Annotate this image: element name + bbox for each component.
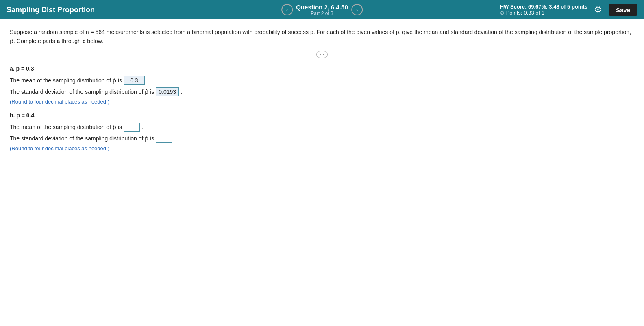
- part-a-p-value: p = 0.3: [16, 65, 34, 72]
- save-button[interactable]: Save: [609, 4, 637, 16]
- part-b-mean-suffix: .: [141, 124, 143, 130]
- prev-question-button[interactable]: ‹: [281, 4, 293, 15]
- part-a-std-suffix: .: [181, 89, 182, 95]
- header-right: HW Score: 69.67%, 3.48 of 5 points ⊘ Poi…: [500, 4, 637, 16]
- part-a-mean-value: 0.3: [124, 76, 145, 85]
- main-content: Suppose a random sample of n = 564 measu…: [0, 19, 644, 326]
- part-b-std-line: The standard deviation of the sampling d…: [10, 134, 634, 143]
- part-a-mean-prefix: The mean of the sampling distribution of…: [10, 77, 122, 84]
- page-title: Sampling Dist Proportion: [7, 6, 95, 14]
- part-b-round-note: (Round to four decimal places as needed.…: [10, 145, 634, 151]
- next-question-button[interactable]: ›: [351, 4, 363, 15]
- part-a-header: a. p = 0.3: [10, 65, 634, 72]
- part-a-std-value: 0.0193: [156, 87, 179, 96]
- part-a-mean-suffix: .: [146, 77, 148, 84]
- through-text: through: [61, 38, 80, 44]
- settings-button[interactable]: ⚙: [594, 4, 602, 15]
- part-a-round-note: (Round to four decimal places as needed.…: [10, 99, 634, 105]
- divider: ···: [10, 51, 634, 58]
- part-b-label: b.: [10, 112, 15, 119]
- divider-dots: ···: [316, 51, 328, 58]
- part-b-std-suffix: .: [174, 135, 175, 142]
- problem-text: Suppose a random sample of n = 564 measu…: [10, 28, 634, 46]
- below-text: below.: [87, 38, 103, 44]
- divider-line-left: [10, 54, 313, 54]
- part-b-mean-prefix: The mean of the sampling distribution of…: [10, 124, 122, 130]
- hw-score-line: HW Score: 69.67%, 3.48 of 5 points: [500, 4, 587, 10]
- points-line: ⊘ Points: 0.33 of 1: [500, 10, 587, 16]
- part-a: a. p = 0.3 The mean of the sampling dist…: [10, 65, 634, 105]
- part-b-std-input[interactable]: [156, 134, 172, 143]
- part-label: Part 2 of 3: [296, 11, 348, 16]
- hw-score-info: HW Score: 69.67%, 3.48 of 5 points ⊘ Poi…: [500, 4, 587, 16]
- part-b-mean-input[interactable]: [124, 123, 140, 132]
- part-a-label: a.: [10, 65, 15, 72]
- part-b-header: b. p = 0.4: [10, 112, 634, 119]
- header: Sampling Dist Proportion ‹ Question 2, 6…: [0, 0, 644, 19]
- question-info: Question 2, 6.4.50 Part 2 of 3: [296, 4, 348, 16]
- part-a-mean-line: The mean of the sampling distribution of…: [10, 76, 634, 85]
- part-b-mean-line: The mean of the sampling distribution of…: [10, 123, 634, 132]
- part-a-std-prefix: The standard deviation of the sampling d…: [10, 89, 154, 95]
- bold-c: c: [83, 38, 86, 44]
- question-title: Question 2, 6.4.50: [296, 4, 348, 11]
- part-b-std-prefix: The standard deviation of the sampling d…: [10, 135, 154, 142]
- bold-a: a: [57, 38, 60, 44]
- part-b: b. p = 0.4 The mean of the sampling dist…: [10, 112, 634, 151]
- part-b-p-value: p = 0.4: [16, 112, 34, 119]
- divider-line-right: [331, 54, 634, 54]
- part-a-std-line: The standard deviation of the sampling d…: [10, 87, 634, 96]
